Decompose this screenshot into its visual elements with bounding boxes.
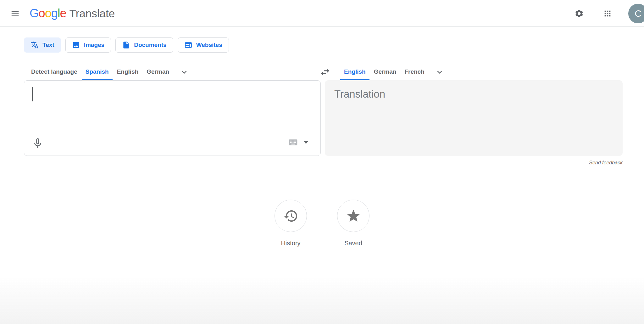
apps-grid-icon (603, 9, 612, 18)
source-text-input[interactable] (24, 80, 321, 156)
saved-label: Saved (344, 240, 362, 247)
account-avatar[interactable]: C (628, 4, 644, 23)
more-source-languages-button[interactable] (180, 64, 189, 80)
bottom-gradient (0, 277, 644, 324)
google-apps-button[interactable] (600, 6, 615, 21)
document-icon (122, 41, 130, 49)
tab-images[interactable]: Images (65, 37, 111, 53)
target-lang-french[interactable]: French (401, 64, 428, 80)
translation-output-panel: Translation (325, 80, 623, 156)
microphone-icon (32, 137, 44, 149)
tab-text-label: Text (42, 42, 54, 48)
source-lang-spanish-label: Spanish (86, 68, 109, 75)
feedback-row: Send feedback (24, 160, 623, 166)
star-icon (346, 208, 361, 224)
source-lang-english[interactable]: English (113, 64, 142, 80)
app-header: Google Translate C (0, 0, 644, 27)
more-target-languages-button[interactable] (435, 64, 444, 80)
keyboard-icon (288, 137, 298, 147)
translation-placeholder: Translation (325, 80, 623, 108)
source-lang-english-label: English (117, 68, 139, 75)
target-lang-german-label: German (374, 68, 397, 75)
website-icon (184, 41, 192, 49)
tab-documents[interactable]: Documents (115, 37, 173, 53)
quick-actions: History Saved (0, 200, 644, 247)
history-label: History (281, 240, 300, 247)
target-lang-english-label: English (344, 68, 366, 75)
input-tools-button[interactable] (288, 137, 308, 147)
tab-images-label: Images (84, 42, 104, 48)
google-logo-text: Google (30, 7, 66, 20)
translate-panels: Translation (24, 80, 623, 156)
history-icon (283, 208, 298, 224)
saved-action: Saved (337, 200, 369, 247)
chevron-down-icon (180, 67, 189, 77)
source-language-tabs: Detect language Spanish English German (27, 64, 173, 80)
target-language-tabs: English German French (340, 64, 429, 80)
chevron-down-icon (435, 67, 444, 77)
voice-input-button[interactable] (32, 137, 44, 149)
source-lang-german[interactable]: German (143, 64, 173, 80)
swap-arrows-icon (320, 67, 330, 77)
avatar-letter: C (635, 8, 641, 19)
main-menu-button[interactable] (8, 6, 23, 21)
settings-button[interactable] (572, 6, 587, 21)
image-icon (72, 41, 80, 49)
input-tools-dropdown-icon (303, 141, 308, 144)
source-lang-detect-label: Detect language (31, 68, 77, 75)
text-cursor (32, 87, 33, 101)
gear-icon (575, 9, 584, 18)
target-lang-english[interactable]: English (340, 64, 369, 80)
translate-icon (31, 41, 39, 49)
source-lang-detect[interactable]: Detect language (27, 64, 81, 80)
history-button[interactable] (275, 200, 307, 232)
google-translate-logo[interactable]: Google Translate (30, 7, 115, 20)
send-feedback-link[interactable]: Send feedback (325, 160, 623, 166)
history-action: History (275, 200, 307, 247)
tab-text[interactable]: Text (24, 37, 61, 53)
saved-button[interactable] (337, 200, 369, 232)
swap-languages-button[interactable] (320, 64, 330, 80)
hamburger-menu-icon (10, 9, 20, 18)
product-name: Translate (69, 7, 115, 20)
tab-websites[interactable]: Websites (178, 37, 229, 53)
tab-documents-label: Documents (134, 42, 166, 48)
mode-tab-bar: Text Images Documents Websites (24, 37, 644, 53)
tab-websites-label: Websites (196, 42, 222, 48)
source-lang-german-label: German (147, 68, 169, 75)
source-lang-spanish[interactable]: Spanish (82, 64, 113, 80)
language-selection-row: Detect language Spanish English German (24, 64, 623, 80)
target-lang-german[interactable]: German (370, 64, 400, 80)
target-lang-french-label: French (404, 68, 424, 75)
